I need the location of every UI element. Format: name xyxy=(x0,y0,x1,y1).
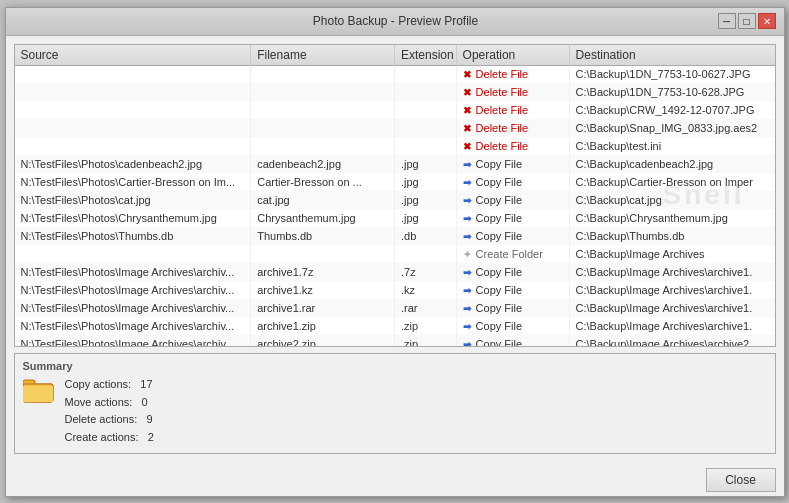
preview-table: Source Filename Extension Operation Dest… xyxy=(15,45,775,348)
cell-operation: ➡Copy File xyxy=(456,317,569,335)
table-row: N:\TestFiles\Photos\Cartier-Bresson on I… xyxy=(15,173,775,191)
cell-extension: .kz xyxy=(394,281,456,299)
cell-filename: archive2.zip xyxy=(251,335,395,347)
col-header-operation: Operation xyxy=(456,45,569,66)
cell-extension: .jpg xyxy=(394,155,456,173)
cell-destination: C:\Backup\cadenbeach2.jpg xyxy=(569,155,774,173)
cell-operation: ✦Create Folder xyxy=(456,245,569,263)
table-row: N:\TestFiles\Photos\Image Archives\archi… xyxy=(15,299,775,317)
copy-icon: ➡ xyxy=(461,194,473,206)
cell-operation: ➡Copy File xyxy=(456,263,569,281)
move-actions: Move actions: 0 xyxy=(65,394,154,412)
cell-operation: ✖Delete File xyxy=(456,83,569,101)
footer: Close xyxy=(6,462,784,496)
cell-destination: C:\Backup\Cartier-Bresson on Imper xyxy=(569,173,774,191)
cell-destination: C:\Backup\test.ini xyxy=(569,137,774,155)
move-label: Move actions: xyxy=(65,396,133,408)
cell-source xyxy=(15,245,251,263)
delete-actions: Delete actions: 9 xyxy=(65,411,154,429)
copy-icon: ➡ xyxy=(461,284,473,296)
window-controls: ─ □ ✕ xyxy=(718,13,776,29)
copy-icon: ➡ xyxy=(461,266,473,278)
col-header-extension: Extension xyxy=(394,45,456,66)
cell-source: N:\TestFiles\Photos\Image Archives\archi… xyxy=(15,335,251,347)
cell-operation: ➡Copy File xyxy=(456,281,569,299)
folder-icon xyxy=(23,376,55,404)
cell-destination: C:\Backup\Image Archives\archive1. xyxy=(569,281,774,299)
table-row: ✖Delete FileC:\Backup\1DN_7753-10-628.JP… xyxy=(15,83,775,101)
cell-filename xyxy=(251,137,395,155)
cell-destination: C:\Backup\Image Archives\archive1. xyxy=(569,317,774,335)
copy-label: Copy actions: xyxy=(65,378,132,390)
table-row: ✦Create FolderC:\Backup\Image Archives xyxy=(15,245,775,263)
copy-label: Copy File xyxy=(476,230,522,242)
delete-icon: ✖ xyxy=(461,86,473,98)
table-row: ✖Delete FileC:\Backup\test.ini xyxy=(15,137,775,155)
preview-table-container[interactable]: SneII Source Filename Extension Operatio… xyxy=(14,44,776,348)
cell-destination: C:\Backup\cat.jpg xyxy=(569,191,774,209)
cell-operation: ➡Copy File xyxy=(456,227,569,245)
create-value: 2 xyxy=(148,431,154,443)
cell-filename xyxy=(251,65,395,83)
cell-filename: Thumbs.db xyxy=(251,227,395,245)
cell-operation: ✖Delete File xyxy=(456,137,569,155)
copy-icon: ➡ xyxy=(461,230,473,242)
cell-destination: C:\Backup\CRW_1492-12-0707.JPG xyxy=(569,101,774,119)
delete-icon: ✖ xyxy=(461,68,473,80)
summary-stats: Copy actions: 17 Move actions: 0 Delete … xyxy=(65,376,154,446)
delete-icon: ✖ xyxy=(461,104,473,116)
summary-content: Copy actions: 17 Move actions: 0 Delete … xyxy=(23,376,767,446)
table-row: ✖Delete FileC:\Backup\1DN_7753-10-0627.J… xyxy=(15,65,775,83)
copy-icon: ➡ xyxy=(461,176,473,188)
cell-source xyxy=(15,101,251,119)
cell-extension: .jpg xyxy=(394,173,456,191)
cell-source: N:\TestFiles\Photos\Image Archives\archi… xyxy=(15,281,251,299)
cell-extension xyxy=(394,119,456,137)
content-area: SneII Source Filename Extension Operatio… xyxy=(6,36,784,462)
cell-extension xyxy=(394,137,456,155)
cell-operation: ➡Copy File xyxy=(456,173,569,191)
cell-filename: archive1.rar xyxy=(251,299,395,317)
copy-label: Copy File xyxy=(476,320,522,332)
cell-filename: Cartier-Bresson on ... xyxy=(251,173,395,191)
minimize-button[interactable]: ─ xyxy=(718,13,736,29)
main-window: Photo Backup - Preview Profile ─ □ ✕ Sne… xyxy=(5,7,785,497)
cell-filename: cadenbeach2.jpg xyxy=(251,155,395,173)
cell-filename xyxy=(251,83,395,101)
table-row: ✖Delete FileC:\Backup\CRW_1492-12-0707.J… xyxy=(15,101,775,119)
window-title: Photo Backup - Preview Profile xyxy=(74,14,718,28)
col-header-filename: Filename xyxy=(251,45,395,66)
copy-label: Copy File xyxy=(476,338,522,347)
cell-operation: ➡Copy File xyxy=(456,335,569,347)
cell-source: N:\TestFiles\Photos\Image Archives\archi… xyxy=(15,317,251,335)
maximize-button[interactable]: □ xyxy=(738,13,756,29)
cell-operation: ✖Delete File xyxy=(456,101,569,119)
copy-value: 17 xyxy=(140,378,152,390)
cell-extension: .db xyxy=(394,227,456,245)
cell-filename: cat.jpg xyxy=(251,191,395,209)
cell-destination: C:\Backup\Chrysanthemum.jpg xyxy=(569,209,774,227)
titlebar: Photo Backup - Preview Profile ─ □ ✕ xyxy=(6,8,784,36)
close-window-button[interactable]: ✕ xyxy=(758,13,776,29)
summary-section: Summary Copy actions: 17 Move actions: xyxy=(14,353,776,453)
cell-extension xyxy=(394,65,456,83)
create-icon: ✦ xyxy=(461,248,473,260)
copy-label: Copy File xyxy=(476,194,522,206)
copy-label: Copy File xyxy=(476,266,522,278)
cell-extension: .zip xyxy=(394,335,456,347)
delete-label: Delete File xyxy=(476,86,529,98)
copy-icon: ➡ xyxy=(461,302,473,314)
cell-destination: C:\Backup\Snap_IMG_0833.jpg.aes2 xyxy=(569,119,774,137)
cell-source xyxy=(15,137,251,155)
delete-label: Delete actions: xyxy=(65,413,138,425)
cell-operation: ✖Delete File xyxy=(456,65,569,83)
cell-extension: .7z xyxy=(394,263,456,281)
copy-actions: Copy actions: 17 xyxy=(65,376,154,394)
close-button[interactable]: Close xyxy=(706,468,776,492)
cell-filename xyxy=(251,245,395,263)
delete-label: Delete File xyxy=(476,68,529,80)
cell-extension xyxy=(394,245,456,263)
copy-icon: ➡ xyxy=(461,320,473,332)
cell-operation: ➡Copy File xyxy=(456,209,569,227)
cell-destination: C:\Backup\Thumbs.db xyxy=(569,227,774,245)
